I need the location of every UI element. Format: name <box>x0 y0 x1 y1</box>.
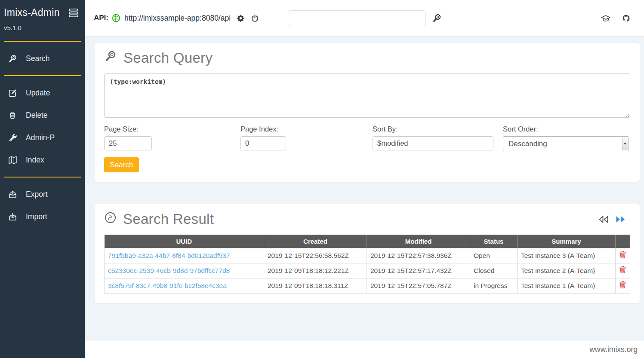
app-version: v5.1.0 <box>4 24 81 31</box>
sidebar-item-search[interactable]: Search <box>0 47 85 70</box>
search-button[interactable]: Search <box>104 157 139 172</box>
status-cell: in Progress <box>470 278 518 293</box>
page-index-field: Page Index: <box>240 125 373 151</box>
export-icon <box>8 190 17 199</box>
sort-order-select[interactable]: Descanding <box>503 136 629 151</box>
search-result-panel: Search Result UUID <box>95 204 640 303</box>
modified-cell: 2019-12-15T22:57:38.936Z <box>367 248 470 263</box>
status-cell: Closed <box>470 263 518 278</box>
chevron-down-icon <box>622 138 628 150</box>
footer: www.imixs.org <box>85 341 644 358</box>
sort-order-value: Descanding <box>508 140 547 148</box>
sidebar-item-admin-p[interactable]: Admin-P <box>0 126 85 149</box>
trash-icon <box>8 110 17 120</box>
column-header-actions <box>616 235 630 248</box>
delete-row-icon[interactable] <box>619 252 626 260</box>
sidebar-item-label: Search <box>26 54 49 63</box>
power-icon[interactable] <box>251 14 259 22</box>
created-cell: 2019-12-15T22:56:58.562Z <box>264 248 367 263</box>
sidebar-item-import[interactable]: Import <box>0 205 85 228</box>
column-header-uuid: UUID <box>105 235 264 248</box>
uuid-link[interactable]: 3c8f575f-83c7-49b8-91fe-bc2f58e4c3ea <box>108 282 227 289</box>
table-row: 3c8f575f-83c7-49b8-91fe-bc2f58e4c3ea 201… <box>105 278 630 293</box>
column-header-created: Created <box>264 235 367 248</box>
page-size-input[interactable] <box>104 136 152 150</box>
created-cell: 2019-12-09T18:18:18.311Z <box>264 278 367 293</box>
search-icon <box>104 50 117 66</box>
summary-cell: Test Instance 3 (A-Team) <box>518 248 616 263</box>
page-index-input[interactable] <box>240 136 286 150</box>
delete-row-icon[interactable] <box>619 267 626 275</box>
uuid-link[interactable]: 791fbba9-a32a-44b7-8f84-bd0120adf937 <box>108 252 230 259</box>
wrench-icon <box>8 133 17 142</box>
sidebar-divider <box>4 75 81 76</box>
sidebar: Imixs-Admin v5.1.0 Search Update Delete <box>0 0 85 358</box>
uuid-link[interactable]: c52330ec-2539-46cb-9d8d-97bdffcc77d8 <box>108 267 230 274</box>
summary-cell: Test Instance 1 (A-Team) <box>518 278 616 293</box>
sort-order-field: Sort Order: Descanding <box>503 125 630 151</box>
server-stack-icon[interactable] <box>69 9 78 19</box>
table-row: c52330ec-2539-46cb-9d8d-97bdffcc77d8 201… <box>105 263 630 278</box>
rewind-icon[interactable] <box>597 215 609 224</box>
panel-title: Search Result <box>123 211 214 227</box>
sidebar-item-label: Admin-P <box>26 133 55 142</box>
column-header-modified: Modified <box>367 235 470 248</box>
sort-by-input[interactable] <box>373 136 493 150</box>
sidebar-item-label: Export <box>26 190 48 199</box>
page-size-field: Page Size: <box>104 125 240 151</box>
search-icon <box>8 54 17 63</box>
globe-icon <box>112 14 120 22</box>
gear-icon[interactable] <box>237 14 245 22</box>
sidebar-item-label: Delete <box>26 111 48 120</box>
sidebar-item-update[interactable]: Update <box>0 82 85 104</box>
quick-search-input[interactable] <box>288 10 426 26</box>
sort-by-label: Sort By: <box>373 125 503 133</box>
results-table: UUID Created Modified Status Summary 791… <box>104 235 630 294</box>
table-row: 791fbba9-a32a-44b7-8f84-bd0120adf937 201… <box>105 248 630 263</box>
topbar: API: http://imixssample-app:8080/api <box>85 0 644 37</box>
modified-cell: 2019-12-15T22:57:05.787Z <box>367 278 470 293</box>
column-header-status: Status <box>470 235 518 248</box>
import-icon <box>8 212 17 221</box>
content: Search Query (type:workitem) Page Size: … <box>85 37 644 341</box>
page-index-label: Page Index: <box>240 125 373 133</box>
sidebar-divider <box>4 41 81 42</box>
delete-row-icon[interactable] <box>619 282 626 290</box>
query-textarea[interactable]: (type:workitem) <box>104 73 630 118</box>
graduation-cap-icon[interactable] <box>601 14 611 23</box>
fast-forward-icon[interactable] <box>615 215 627 224</box>
map-icon <box>8 155 17 165</box>
sort-by-field: Sort By: <box>373 125 503 151</box>
main-area: API: http://imixssample-app:8080/api <box>85 0 644 358</box>
sort-order-label: Sort Order: <box>503 125 630 133</box>
sidebar-item-index[interactable]: Index <box>0 149 85 171</box>
api-url: http://imixssample-app:8080/api <box>124 14 231 23</box>
modified-cell: 2019-12-15T22:57:17.432Z <box>367 263 470 278</box>
search-query-panel: Search Query (type:workitem) Page Size: … <box>95 43 640 182</box>
panel-title: Search Query <box>123 50 213 66</box>
footer-link[interactable]: www.imixs.org <box>589 345 638 354</box>
edit-icon <box>8 88 17 98</box>
created-cell: 2019-12-09T18:18:12.221Z <box>264 263 367 278</box>
github-icon[interactable] <box>622 14 631 23</box>
search-icon[interactable] <box>432 13 442 23</box>
app-title: Imixs-Admin <box>4 7 60 18</box>
sidebar-item-label: Index <box>26 156 44 165</box>
sidebar-item-label: Update <box>26 89 50 98</box>
sidebar-item-label: Import <box>26 212 47 221</box>
sidebar-item-delete[interactable]: Delete <box>0 104 85 126</box>
page-size-label: Page Size: <box>104 125 240 133</box>
table-header-row: UUID Created Modified Status Summary <box>105 235 630 248</box>
sidebar-divider <box>4 177 81 177</box>
summary-cell: Test Instance 2 (A-Team) <box>518 263 616 278</box>
column-header-summary: Summary <box>518 235 616 248</box>
api-label: API: <box>94 14 108 22</box>
sidebar-item-export[interactable]: Export <box>0 183 85 205</box>
result-globe-icon <box>104 211 117 227</box>
status-cell: Open <box>470 248 518 263</box>
